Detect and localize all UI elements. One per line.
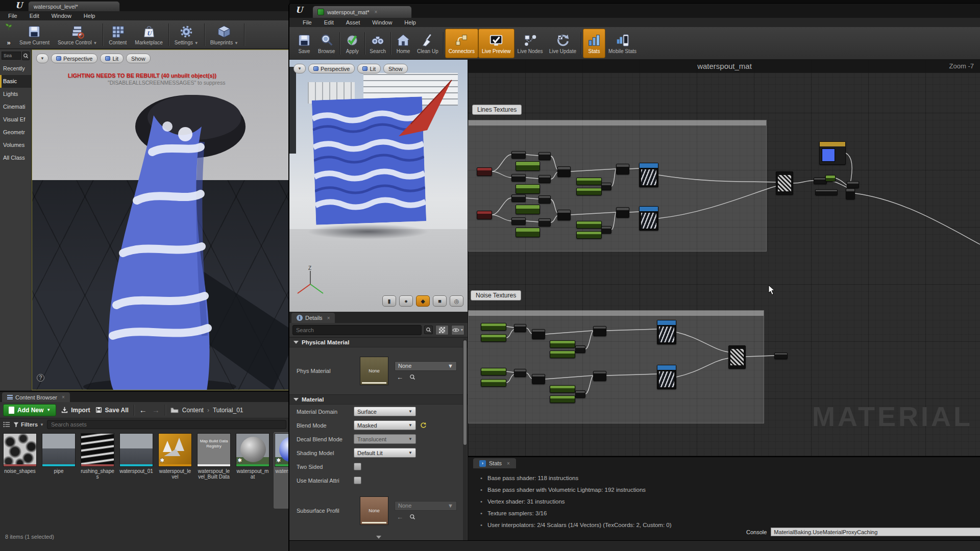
- category-basic[interactable]: Basic: [0, 75, 31, 88]
- menu-asset[interactable]: Asset: [340, 19, 366, 26]
- graph-node-mask[interactable]: [815, 189, 838, 195]
- translate-gizmo-arrow[interactable]: [350, 68, 457, 160]
- graph-node-mask[interactable]: [774, 353, 788, 359]
- phys-material-thumbnail[interactable]: None: [360, 357, 388, 385]
- breadcrumb-current[interactable]: Tutorial_01: [213, 407, 243, 414]
- graph-node-mask[interactable]: [514, 369, 526, 377]
- show-button[interactable]: Show: [126, 54, 151, 63]
- section-physical-material[interactable]: Physical Material: [289, 337, 468, 347]
- browse-icon[interactable]: [409, 374, 415, 380]
- asset-waterspout-level[interactable]: ✱ waterspout_level: [157, 432, 193, 509]
- graph-node-green[interactable]: [481, 334, 506, 342]
- level-tab[interactable]: waterspout_level*: [28, 1, 120, 11]
- asset-waterspout-mat[interactable]: ✱ waterspout_mat: [274, 432, 289, 509]
- cylinder-shape-button[interactable]: ▮: [382, 295, 396, 307]
- category-lights[interactable]: Lights: [0, 88, 31, 101]
- menu-help[interactable]: Help: [78, 13, 102, 19]
- toolbar-button-live-nodes[interactable]: Live Nodes: [514, 29, 546, 58]
- search-icon[interactable]: [424, 325, 433, 334]
- category-cinemati[interactable]: Cinemati: [0, 101, 31, 113]
- comment-frame-noise-textures[interactable]: [468, 310, 764, 423]
- perspective-button[interactable]: Perspective: [308, 64, 355, 73]
- graph-node-tex[interactable]: [657, 320, 676, 344]
- toolbar-button-live-preview[interactable]: Live Preview: [478, 29, 514, 58]
- graph-node-green[interactable]: [576, 178, 602, 185]
- graph-node-mask[interactable]: [511, 151, 526, 159]
- menu-file[interactable]: File: [297, 19, 318, 26]
- category-geometr[interactable]: Geometr: [0, 126, 31, 139]
- section-material[interactable]: Material: [289, 394, 468, 405]
- toolbar-button-settings[interactable]: Settings ▼: [170, 21, 203, 48]
- graph-node-tex[interactable]: [657, 365, 676, 389]
- blend-mode-dropdown[interactable]: Masked▼: [354, 420, 416, 430]
- graph-node-comb[interactable]: [846, 188, 855, 199]
- asset-pipe[interactable]: pipe: [41, 432, 77, 509]
- graph-node-green[interactable]: [825, 175, 836, 182]
- shading-model-dropdown[interactable]: Default Lit▼: [354, 448, 416, 458]
- graph-node-bluevec[interactable]: [819, 141, 846, 165]
- graph-node-mask[interactable]: [511, 217, 526, 225]
- display-filter-button[interactable]: ▼: [451, 325, 464, 335]
- comment-label-lines-textures[interactable]: Lines Textures: [472, 105, 522, 115]
- material-tab[interactable]: waterspout_mat* ×: [312, 6, 412, 18]
- view-options-icon[interactable]: [3, 421, 10, 428]
- graph-node-comb[interactable]: [532, 329, 545, 339]
- search-icon[interactable]: [22, 52, 30, 60]
- phys-material-dropdown[interactable]: None▼: [395, 361, 457, 371]
- asset-rushing-shapes[interactable]: rushing_shapes: [80, 432, 115, 509]
- menu-edit[interactable]: Edit: [23, 13, 45, 19]
- details-tab[interactable]: i Details ×: [291, 313, 335, 323]
- toolbar-button-apply[interactable]: Apply: [341, 29, 363, 58]
- content-browser-tab[interactable]: Content Browser ×: [2, 392, 70, 402]
- close-icon[interactable]: ×: [507, 461, 510, 466]
- reset-to-default-icon[interactable]: [420, 422, 427, 429]
- property-matrix-button[interactable]: [435, 325, 449, 335]
- material-domain-dropdown[interactable]: Surface▼: [354, 407, 416, 416]
- graph-node-mask[interactable]: [538, 195, 551, 204]
- viewport-options-dropdown[interactable]: ▼: [293, 64, 306, 73]
- stats-tab[interactable]: › Stats ×: [473, 458, 516, 468]
- perspective-button[interactable]: Perspective: [51, 54, 97, 63]
- graph-node-green[interactable]: [516, 161, 540, 171]
- console-input[interactable]: [771, 528, 980, 536]
- two-sided-checkbox[interactable]: [354, 463, 361, 470]
- toolbar-button-live-update[interactable]: Live Update: [546, 29, 579, 58]
- close-icon[interactable]: ×: [375, 9, 378, 15]
- forward-arrow-icon[interactable]: →: [152, 406, 160, 414]
- toolbar-button-browse[interactable]: Browse: [315, 29, 338, 58]
- category-visual-ef[interactable]: Visual Ef: [0, 113, 31, 126]
- plane-shape-button[interactable]: ◆: [416, 295, 430, 307]
- graph-node-green[interactable]: [576, 188, 602, 195]
- graph-node-comb[interactable]: [532, 374, 545, 384]
- mesh-shape-button[interactable]: ◎: [450, 295, 463, 307]
- save-all-button[interactable]: Save All: [95, 407, 129, 414]
- lit-button[interactable]: Lit: [357, 64, 381, 73]
- graph-node-comb[interactable]: [557, 210, 571, 220]
- asset-search-input[interactable]: [47, 420, 286, 429]
- breadcrumb-root[interactable]: Content: [182, 407, 204, 414]
- graph-node-tex[interactable]: [639, 163, 658, 187]
- graph-node-red[interactable]: [477, 167, 492, 176]
- graph-node-green[interactable]: [516, 205, 540, 214]
- graph-node-mask[interactable]: [575, 345, 585, 353]
- graph-node-mask[interactable]: [514, 324, 526, 332]
- graph-node-mask[interactable]: [511, 174, 526, 182]
- menu-help[interactable]: Help: [398, 19, 422, 26]
- graph-node-mask[interactable]: [575, 390, 585, 398]
- toolbar-button-content[interactable]: Content: [105, 21, 131, 48]
- category-volumes[interactable]: Volumes: [0, 139, 31, 152]
- graph-node-green[interactable]: [481, 379, 506, 387]
- graph-node-tex[interactable]: [639, 206, 658, 231]
- asset-noise-shapes[interactable]: noise_shapes: [2, 432, 38, 509]
- lit-button[interactable]: Lit: [100, 54, 124, 63]
- toolbar-button-search[interactable]: Search: [366, 29, 389, 58]
- graph-node-mask[interactable]: [538, 218, 551, 227]
- details-search-input[interactable]: [292, 325, 422, 335]
- close-icon[interactable]: ×: [327, 315, 330, 321]
- graph-node-green[interactable]: [550, 385, 575, 393]
- graph-node-comb[interactable]: [616, 207, 629, 218]
- graph-node-comb[interactable]: [593, 326, 606, 336]
- browse-icon[interactable]: [409, 514, 415, 520]
- asset-waterspout-level-built-data[interactable]: Map Build Data Registry waterspout_level…: [196, 432, 232, 509]
- graph-node-mask[interactable]: [601, 226, 611, 234]
